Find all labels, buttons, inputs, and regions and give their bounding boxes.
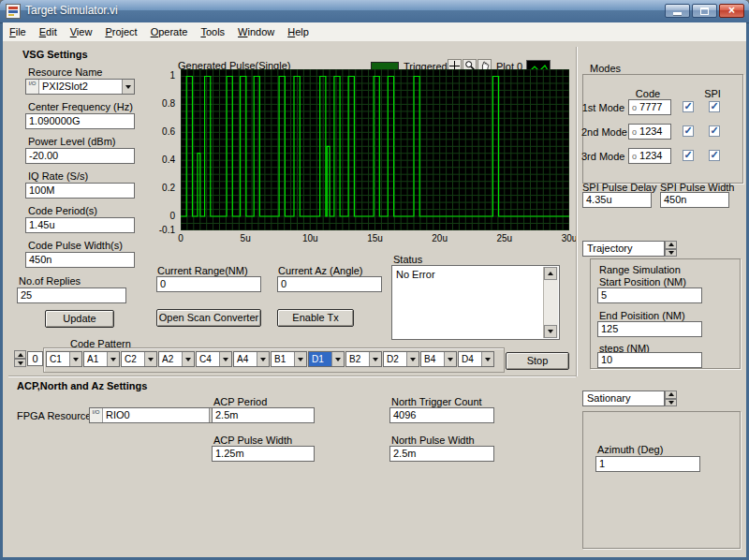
menu-project[interactable]: Project	[98, 22, 143, 41]
dropdown-arrow-icon[interactable]	[369, 352, 381, 366]
current-az-field[interactable]: 0	[277, 276, 382, 292]
mode-code-field-3[interactable]: o1234	[628, 148, 671, 164]
update-button[interactable]: Update	[45, 310, 114, 328]
minimize-icon	[673, 12, 682, 15]
menu-help[interactable]: Help	[281, 22, 316, 41]
ring-up-icon[interactable]	[665, 241, 677, 249]
close-button[interactable]: ×	[719, 4, 744, 18]
code-pattern-select-c2[interactable]: C2	[121, 351, 157, 367]
code-pattern-array: C1A1C2A2C4A4B1D1B2D2B4D4	[46, 351, 494, 367]
acp-period-field[interactable]: 2.5m	[212, 407, 315, 423]
stationary-ring[interactable]: Sationary	[582, 391, 665, 406]
spi-pulse-width-field[interactable]: 450n	[660, 192, 729, 208]
north-trigger-count-field[interactable]: 4096	[389, 407, 494, 423]
code-pattern-select-b1[interactable]: B1	[271, 351, 307, 367]
array-index-spinner[interactable]	[14, 350, 26, 367]
dropdown-arrow-icon[interactable]	[69, 352, 81, 366]
code-pattern-select-a1[interactable]: A1	[83, 351, 120, 367]
steps-field[interactable]: 10	[597, 352, 702, 368]
ring-down-icon[interactable]	[665, 399, 677, 407]
dropdown-arrow-icon[interactable]	[444, 352, 456, 366]
code-pattern-select-b2[interactable]: B2	[345, 351, 382, 367]
menu-tools[interactable]: Tools	[194, 22, 231, 41]
end-position-field[interactable]: 125	[597, 321, 702, 337]
mode-code-field-1[interactable]: o7777	[628, 99, 671, 115]
dropdown-arrow-icon[interactable]	[481, 352, 493, 366]
north-pulse-width-label: North Pulse Width	[391, 435, 475, 446]
code-period-field[interactable]: 1.45u	[25, 217, 135, 233]
fpga-resource-label: FPGA Resource	[17, 410, 91, 421]
north-pulse-width-field[interactable]: 2.5m	[389, 446, 494, 462]
scroll-down-icon[interactable]	[544, 325, 557, 338]
ring-up-icon[interactable]	[665, 391, 677, 399]
code-pattern-select-a2[interactable]: A2	[158, 351, 195, 367]
power-level-field[interactable]: -20.00	[25, 148, 135, 164]
waveform-graph[interactable]	[181, 69, 569, 230]
open-scan-converter-button[interactable]: Open Scan Converter	[156, 309, 261, 327]
array-index-field[interactable]: 0	[27, 351, 43, 366]
stationary-ring-spinner[interactable]	[665, 391, 677, 406]
enable-tx-button[interactable]: Enable Tx	[277, 309, 354, 327]
menu-edit[interactable]: Edit	[33, 22, 64, 41]
code-pattern-value: B2	[346, 352, 369, 366]
index-down-icon[interactable]	[14, 359, 26, 367]
x-axis-tick: 5u	[241, 233, 251, 243]
center-frequency-field[interactable]: 1.090000G	[25, 113, 135, 129]
spi-pulse-delay-field[interactable]: 4.35u	[582, 192, 652, 208]
dropdown-arrow-icon[interactable]	[331, 352, 344, 366]
menu-operate[interactable]: Operate	[144, 22, 195, 41]
y-axis: 10.80.60.40.20-0.1	[143, 69, 178, 230]
replies-field[interactable]: 25	[17, 287, 126, 303]
minimize-button[interactable]	[665, 4, 690, 18]
code-pattern-select-b4[interactable]: B4	[420, 351, 457, 367]
mode-2-spi-checkbox[interactable]: ✓	[709, 125, 720, 137]
mode-3-checkbox-a[interactable]: ✓	[683, 150, 694, 161]
acp-pulse-width-field[interactable]: 1.25m	[212, 446, 315, 462]
dropdown-arrow-icon[interactable]	[294, 352, 306, 366]
dropdown-arrow-icon[interactable]	[107, 352, 119, 366]
mode-label-3: 3rd Mode	[581, 151, 624, 162]
dropdown-arrow-icon[interactable]	[122, 80, 134, 94]
fpga-resource-select[interactable]: I/O RIO0	[89, 407, 222, 423]
title-bar[interactable]: Target Simulator.vi ×	[0, 0, 749, 23]
trajectory-ring-spinner[interactable]	[665, 241, 677, 257]
start-position-field[interactable]: 5	[597, 287, 702, 303]
mode-1-checkbox-a[interactable]: ✓	[683, 101, 694, 112]
code-pattern-select-a4[interactable]: A4	[233, 351, 270, 367]
acp-pulse-width-label: ACP Pulse Width	[213, 435, 292, 446]
menu-view[interactable]: View	[64, 22, 99, 41]
iq-rate-field[interactable]: 100M	[25, 183, 135, 199]
code-pattern-value: D1	[309, 352, 331, 366]
code-pattern-select-c4[interactable]: C4	[196, 351, 232, 367]
x-axis-tick: 20u	[432, 233, 448, 243]
current-range-field[interactable]: 0	[156, 276, 261, 292]
azimuth-field[interactable]: 1	[595, 456, 700, 472]
dropdown-arrow-icon[interactable]	[219, 352, 231, 366]
scroll-up-icon[interactable]	[544, 267, 557, 280]
resource-name-select[interactable]: I/O PXI2Slot2	[25, 79, 135, 95]
code-pattern-value: A2	[159, 352, 182, 366]
code-pattern-select-c1[interactable]: C1	[46, 351, 82, 367]
trajectory-ring[interactable]: Trajectory	[582, 241, 665, 257]
mode-1-spi-checkbox[interactable]: ✓	[709, 101, 720, 112]
menu-window[interactable]: Window	[231, 22, 281, 41]
code-pattern-select-d4[interactable]: D4	[458, 351, 494, 367]
index-up-icon[interactable]	[14, 350, 26, 359]
stop-button[interactable]: Stop	[506, 352, 569, 370]
ring-down-icon[interactable]	[665, 249, 677, 258]
y-axis-tick: -0.1	[159, 225, 175, 235]
code-pulse-width-field[interactable]: 450n	[25, 252, 135, 268]
dropdown-arrow-icon[interactable]	[257, 352, 269, 366]
status-box[interactable]: No Error	[391, 265, 560, 340]
mode-2-checkbox-a[interactable]: ✓	[683, 125, 694, 137]
dropdown-arrow-icon[interactable]	[406, 352, 419, 366]
status-scrollbar[interactable]	[543, 267, 558, 338]
mode-code-field-2[interactable]: o1234	[628, 124, 671, 140]
dropdown-arrow-icon[interactable]	[182, 352, 194, 366]
code-pattern-select-d1[interactable]: D1	[308, 351, 345, 367]
maximize-button[interactable]	[692, 4, 717, 18]
dropdown-arrow-icon[interactable]	[144, 352, 156, 366]
mode-3-spi-checkbox[interactable]: ✓	[709, 150, 720, 161]
code-pattern-select-d2[interactable]: D2	[383, 351, 419, 367]
menu-file[interactable]: File	[3, 22, 33, 41]
